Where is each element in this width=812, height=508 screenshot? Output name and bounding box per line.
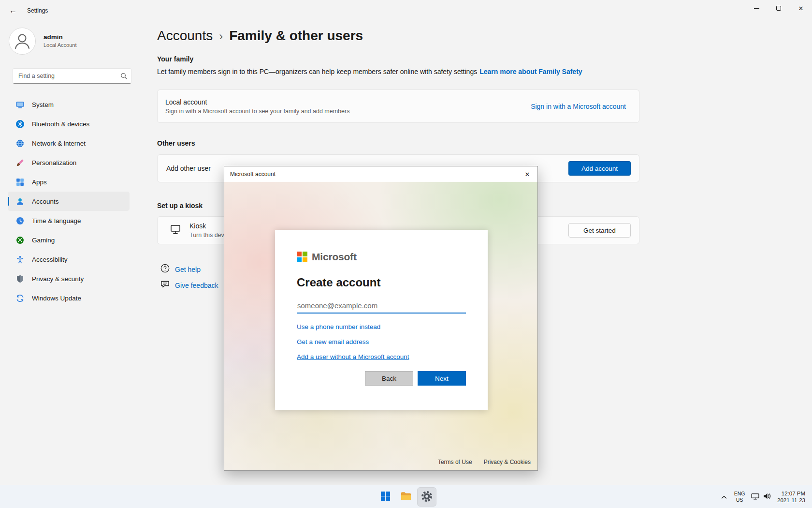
sidebar-item-accounts[interactable]: Accounts bbox=[8, 192, 130, 211]
microsoft-account-dialog: Microsoft account ✕ Microsoft Create acc… bbox=[224, 166, 538, 471]
back-dialog-button[interactable]: Back bbox=[365, 371, 413, 386]
volume-icon bbox=[763, 492, 771, 502]
search-input[interactable] bbox=[13, 68, 131, 84]
kiosk-title: Kiosk bbox=[189, 222, 229, 230]
family-safety-link[interactable]: Learn more about Family Safety bbox=[479, 68, 582, 75]
quick-settings-button[interactable] bbox=[748, 487, 773, 507]
sidebar-item-privacy-security[interactable]: Privacy & security bbox=[8, 269, 130, 288]
tray-overflow-button[interactable] bbox=[717, 487, 731, 507]
kiosk-subtitle: Turn this devic bbox=[189, 232, 229, 239]
dialog-title: Microsoft account bbox=[230, 171, 276, 178]
file-explorer-button[interactable] bbox=[396, 487, 416, 507]
minimize-icon bbox=[754, 8, 759, 9]
add-user-without-account-link[interactable]: Add a user without a Microsoft account bbox=[297, 353, 409, 360]
avatar[interactable] bbox=[9, 28, 36, 57]
minimize-button[interactable] bbox=[745, 0, 768, 16]
sidebar-item-apps[interactable]: Apps bbox=[8, 172, 130, 192]
breadcrumb-chevron-icon: › bbox=[219, 29, 223, 43]
sidebar-item-system[interactable]: System bbox=[8, 95, 130, 114]
get-help-link[interactable]: Get help bbox=[160, 264, 201, 275]
give-feedback-link[interactable]: Give feedback bbox=[160, 280, 218, 291]
create-account-heading: Create account bbox=[297, 276, 466, 289]
taskbar-center bbox=[376, 487, 436, 507]
sidebar-item-network-internet[interactable]: Network & internet bbox=[8, 134, 130, 153]
get-help-label: Get help bbox=[175, 266, 201, 273]
sidebar-item-label: Apps bbox=[32, 179, 47, 186]
language-line2: US bbox=[736, 497, 743, 503]
sidebar-item-gaming[interactable]: Gaming bbox=[8, 230, 130, 250]
sidebar-item-accessibility[interactable]: Accessibility bbox=[8, 250, 130, 269]
sidebar-item-label: Network & internet bbox=[32, 140, 86, 147]
local-account-title: Local account bbox=[165, 98, 349, 106]
bluetooth-icon bbox=[15, 120, 24, 128]
dialog-close-button[interactable]: ✕ bbox=[517, 166, 537, 182]
terms-of-use-link[interactable]: Terms of Use bbox=[438, 459, 472, 465]
microsoft-wordmark: Microsoft bbox=[312, 251, 357, 263]
help-question-icon bbox=[160, 264, 170, 275]
settings-taskbar-button[interactable] bbox=[417, 487, 436, 507]
sidebar-item-label: Personalization bbox=[32, 159, 76, 166]
sidebar-item-windows-update[interactable]: Windows Update bbox=[8, 288, 130, 308]
accessibility-person-icon bbox=[15, 255, 24, 264]
page-title: Family & other users bbox=[229, 28, 363, 44]
email-field[interactable] bbox=[297, 299, 466, 314]
sidebar-item-time-language[interactable]: Time & language bbox=[8, 211, 130, 230]
dialog-buttons: Back Next bbox=[297, 371, 466, 386]
sidebar-item-bluetooth-devices[interactable]: Bluetooth & devices bbox=[8, 114, 130, 134]
xbox-icon bbox=[15, 236, 24, 244]
sidebar-item-personalization[interactable]: Personalization bbox=[8, 153, 130, 172]
local-account-card: Local account Sign in with a Microsoft a… bbox=[157, 90, 639, 123]
network-icon bbox=[751, 492, 759, 502]
user-info[interactable]: admin Local Account bbox=[44, 33, 77, 48]
paintbrush-icon bbox=[15, 158, 24, 167]
dialog-body: Microsoft Create account Use a phone num… bbox=[224, 182, 537, 470]
apps-grid-icon bbox=[15, 178, 24, 186]
create-account-card: Microsoft Create account Use a phone num… bbox=[275, 230, 488, 410]
back-button[interactable]: ← bbox=[5, 3, 21, 18]
maximize-button[interactable] bbox=[768, 0, 790, 16]
sidebar-item-label: System bbox=[32, 101, 54, 108]
tray-date: 2021-11-23 bbox=[777, 497, 805, 504]
dialog-close-icon: ✕ bbox=[525, 171, 530, 178]
settings-titlebar: ← Settings ✕ bbox=[0, 0, 812, 21]
sidebar-item-label: Bluetooth & devices bbox=[32, 120, 89, 128]
use-phone-link[interactable]: Use a phone number instead bbox=[297, 323, 380, 330]
clock-icon bbox=[15, 216, 24, 225]
globe-icon bbox=[15, 139, 24, 148]
dialog-footer: Terms of Use Privacy & Cookies bbox=[438, 459, 531, 465]
sidebar-item-label: Gaming bbox=[32, 237, 55, 244]
your-family-heading: Your family bbox=[157, 55, 193, 63]
sidebar: admin Local Account System Bluetooth & d… bbox=[0, 21, 137, 485]
windows-logo-icon bbox=[380, 491, 391, 503]
clock[interactable]: 12:07 PM 2021-11-23 bbox=[773, 487, 809, 507]
language-line1: ENG bbox=[734, 491, 745, 497]
maximize-icon bbox=[776, 6, 781, 11]
breadcrumb-accounts[interactable]: Accounts bbox=[157, 28, 213, 44]
user-name: admin bbox=[44, 33, 77, 41]
chevron-up-icon bbox=[721, 493, 727, 501]
tray-time: 12:07 PM bbox=[782, 490, 805, 497]
sidebar-item-label: Accounts bbox=[32, 198, 59, 205]
signin-microsoft-link[interactable]: Sign in with a Microsoft account bbox=[531, 103, 626, 110]
kiosk-heading: Set up a kiosk bbox=[157, 202, 203, 209]
other-users-heading: Other users bbox=[157, 139, 195, 147]
gear-icon bbox=[421, 491, 433, 504]
dialog-titlebar: Microsoft account ✕ bbox=[224, 166, 537, 182]
privacy-cookies-link[interactable]: Privacy & Cookies bbox=[484, 459, 531, 465]
kiosk-monitor-icon bbox=[170, 224, 181, 237]
add-other-user-label: Add other user bbox=[166, 164, 211, 172]
back-arrow-icon: ← bbox=[9, 6, 17, 15]
shield-icon bbox=[15, 274, 24, 283]
add-account-button[interactable]: Add account bbox=[568, 161, 631, 176]
sidebar-item-label: Time & language bbox=[32, 217, 81, 224]
sidebar-nav: System Bluetooth & devices Network & int… bbox=[8, 95, 130, 308]
new-email-link[interactable]: Get a new email address bbox=[297, 338, 369, 345]
close-button[interactable]: ✕ bbox=[790, 0, 812, 16]
microsoft-brand: Microsoft bbox=[297, 251, 466, 263]
language-switcher[interactable]: ENG US bbox=[731, 487, 748, 507]
search-icon bbox=[120, 73, 127, 81]
get-started-button[interactable]: Get started bbox=[568, 223, 631, 238]
next-button[interactable]: Next bbox=[418, 371, 466, 386]
settings-search bbox=[13, 68, 131, 84]
start-button[interactable] bbox=[376, 487, 395, 507]
